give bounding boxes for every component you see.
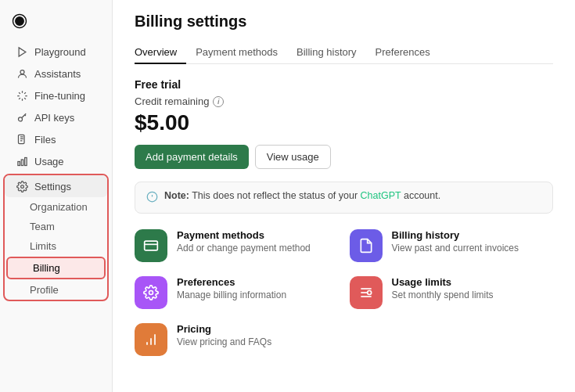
svg-rect-12 <box>145 241 158 250</box>
tab-preferences[interactable]: Preferences <box>366 41 440 64</box>
settings-gear-icon <box>16 180 28 192</box>
credit-amount: $5.00 <box>135 110 553 135</box>
sidebar-item-files[interactable]: Files <box>5 128 107 150</box>
svg-rect-6 <box>21 160 23 166</box>
svg-rect-5 <box>17 161 20 165</box>
chatgpt-link[interactable]: ChatGPT <box>361 190 401 201</box>
note-box: Note: This does not reflect the status o… <box>135 182 553 214</box>
card-payment-methods-text: Payment methods Add or change payment me… <box>177 229 311 254</box>
sidebar-item-usage[interactable]: Usage <box>5 150 107 172</box>
card-usage-limits-text: Usage limits Set monthly spend limits <box>392 276 494 300</box>
billing-history-icon-wrap <box>350 229 383 262</box>
tab-billing-history[interactable]: Billing history <box>287 41 366 64</box>
sidebar-sub-item-organization[interactable]: Organization <box>9 197 102 217</box>
card-pricing-text: Pricing View pricing and FAQs <box>177 323 271 347</box>
card-billing-history-text: Billing history View past and current in… <box>392 229 519 254</box>
assistants-icon <box>16 67 28 80</box>
card-billing-history[interactable]: Billing history View past and current in… <box>350 228 554 264</box>
sidebar-item-playground[interactable]: Playground <box>5 41 107 63</box>
payment-methods-icon-wrap <box>135 229 167 262</box>
card-pricing[interactable]: Pricing View pricing and FAQs <box>135 322 339 358</box>
sidebar-item-assistants[interactable]: Assistants <box>5 63 107 85</box>
sidebar-sub-item-billing[interactable]: Billing <box>13 258 99 278</box>
app-logo <box>0 8 112 41</box>
tab-overview[interactable]: Overview <box>135 41 186 64</box>
section-title: Free trial <box>135 78 553 91</box>
view-usage-button[interactable]: View usage <box>255 145 331 169</box>
card-usage-limits[interactable]: Usage limits Set monthly spend limits <box>350 275 554 311</box>
svg-point-8 <box>20 185 23 188</box>
cards-grid: Payment methods Add or change payment me… <box>135 228 553 358</box>
usage-icon <box>16 155 28 167</box>
svg-point-3 <box>18 117 22 120</box>
tabs: Overview Payment methods Billing history… <box>135 41 553 64</box>
playground-icon <box>16 45 28 58</box>
pricing-icon-wrap <box>135 323 167 356</box>
main-content: Billing settings Overview Payment method… <box>113 0 575 392</box>
svg-marker-1 <box>19 47 26 56</box>
sidebar: Playground Assistants Fine-tuning API ke… <box>0 0 113 392</box>
sidebar-item-settings[interactable]: Settings <box>5 175 107 197</box>
tab-payment-methods[interactable]: Payment methods <box>186 41 287 64</box>
svg-rect-7 <box>24 157 27 165</box>
svg-point-2 <box>20 70 24 74</box>
files-icon <box>16 133 28 146</box>
usage-limits-icon-wrap <box>350 276 383 309</box>
sidebar-sub-item-team[interactable]: Team <box>9 217 102 236</box>
sidebar-item-fine-tuning[interactable]: Fine-tuning <box>5 85 107 106</box>
svg-point-0 <box>17 19 22 23</box>
card-preferences[interactable]: Preferences Manage billing information <box>135 275 339 311</box>
sidebar-sub-item-profile[interactable]: Profile <box>9 280 102 300</box>
card-payment-methods[interactable]: Payment methods Add or change payment me… <box>135 228 339 264</box>
add-payment-button[interactable]: Add payment details <box>135 145 249 169</box>
sidebar-item-api-keys[interactable]: API keys <box>5 106 107 128</box>
info-icon: i <box>213 96 224 107</box>
preferences-icon-wrap <box>135 276 167 309</box>
api-keys-icon <box>16 111 28 124</box>
sidebar-sub-item-limits[interactable]: Limits <box>9 236 102 256</box>
fine-tuning-icon <box>16 89 28 102</box>
info-circle-icon <box>146 191 158 205</box>
card-preferences-text: Preferences Manage billing information <box>177 276 286 300</box>
credit-label: Credit remaining i <box>135 95 553 107</box>
note-text: Note: This does not reflect the status o… <box>164 190 440 201</box>
svg-point-18 <box>367 291 371 295</box>
action-buttons: Add payment details View usage <box>135 145 553 169</box>
page-title: Billing settings <box>135 13 553 31</box>
svg-point-14 <box>149 291 153 295</box>
